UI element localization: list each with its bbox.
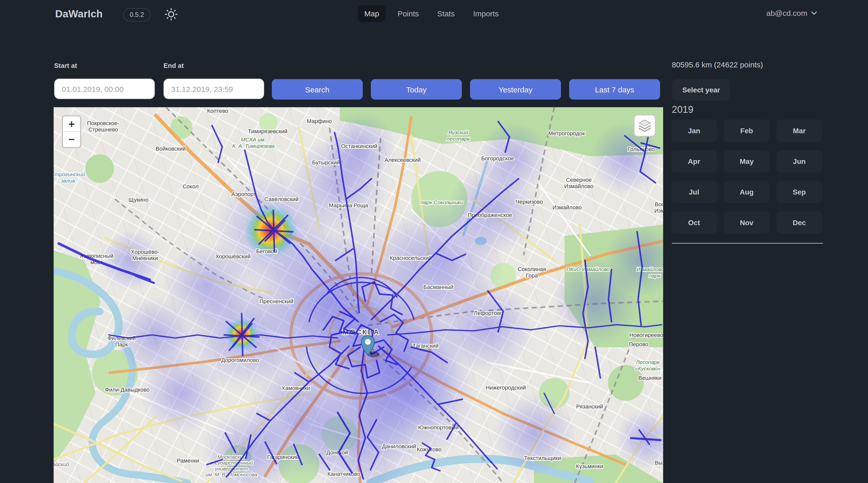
month-button-dec[interactable]: Dec <box>777 212 822 234</box>
month-button-jul[interactable]: Jul <box>671 181 717 203</box>
layers-control[interactable] <box>633 115 656 137</box>
nav-tabs: MapPointsStatsImports <box>358 5 505 22</box>
month-button-aug[interactable]: Aug <box>724 181 769 203</box>
layers-icon <box>638 119 651 132</box>
map-label: Фили-Давыдково <box>105 387 150 393</box>
map-label: Измайлово <box>553 204 582 211</box>
chevron-down-icon <box>811 10 818 17</box>
map-label: Рязанский <box>576 404 603 410</box>
map-label: Донской <box>327 449 348 456</box>
map-label: Нижегородский <box>486 384 526 391</box>
month-button-apr[interactable]: Apr <box>671 150 717 172</box>
user-menu[interactable]: ab@cd.com <box>766 9 818 18</box>
map-label: Даниловский <box>382 443 416 450</box>
end-at-input[interactable] <box>163 78 264 99</box>
map-label: Покровское-Стрешнево <box>87 120 119 133</box>
map-label: айский <box>54 461 69 467</box>
map-label: Хорошёво-Мнёвники <box>131 249 159 261</box>
month-button-jan[interactable]: Jan <box>671 120 717 142</box>
start-at-input[interactable] <box>54 78 155 99</box>
theme-toggle-button[interactable] <box>164 8 178 21</box>
track-haze <box>100 112 663 483</box>
month-grid: JanFebMarAprMayJunJulAugSepOctNovDec <box>671 120 822 234</box>
map-label: Сокол <box>183 183 199 190</box>
sidebar-divider <box>672 243 823 244</box>
month-button-sep[interactable]: Sep <box>777 181 822 203</box>
end-at-label: End at <box>163 62 184 69</box>
map-label: Выхино <box>655 459 663 466</box>
map-label: парк Сокольники <box>421 199 463 205</box>
app-logo: DaWarIch <box>55 8 103 20</box>
start-at-label: Start at <box>54 62 77 69</box>
map-label: Текстильщики <box>524 455 561 461</box>
map-label: Новогиреево <box>629 332 663 338</box>
map-label: Пресненский <box>259 298 293 304</box>
map-label: Раменки <box>177 457 199 464</box>
map-label: Коптево <box>207 108 228 114</box>
map-label: ВосИзм <box>654 201 663 214</box>
map-label: Хорошёвский <box>215 253 251 260</box>
month-button-may[interactable]: May <box>724 150 769 172</box>
map-label: Савёловский <box>265 196 299 202</box>
tab-points[interactable]: Points <box>391 5 425 22</box>
map-label: Яузскийлесопарк <box>446 129 470 141</box>
app-root: DaWarIch 0.5.2 MapPointsStatsImports ab@… <box>0 0 868 483</box>
map-label: Строгинскийзалив <box>54 171 85 183</box>
map-label: Марфино <box>307 118 332 124</box>
map-label: Черкизово <box>516 199 543 205</box>
map-label: Лесопарк«Кусково» <box>635 359 660 371</box>
map-label: Марьина Роща <box>329 202 368 208</box>
tab-map[interactable]: Map <box>358 5 386 22</box>
map-render: Покровское-СтрешневоКоптевоТимирязевский… <box>54 107 663 483</box>
map-label: Лефортово <box>474 310 503 316</box>
map-label: СеверноеИзмайлово <box>564 176 594 189</box>
map-label: Тимирязевский <box>248 128 288 134</box>
search-button[interactable]: Search <box>272 79 363 100</box>
distance-stats: 80595.6 km (24622 points) <box>672 60 763 69</box>
select-year-button[interactable]: Select year <box>672 79 730 101</box>
zoom-in-button[interactable]: + <box>63 117 80 132</box>
user-email: ab@cd.com <box>766 9 807 18</box>
map-label: Щукино <box>128 197 148 203</box>
map-label: ПКиО Измайлово <box>566 266 610 272</box>
map-label: Канатчиково <box>328 471 361 477</box>
tab-stats[interactable]: Stats <box>431 5 461 22</box>
map-label: Алексеевский <box>384 157 421 163</box>
map-label: Кузьминки <box>576 463 603 470</box>
map-label: Басманный <box>423 284 453 290</box>
month-button-oct[interactable]: Oct <box>671 212 717 234</box>
map-label: Перово <box>629 341 648 348</box>
month-button-feb[interactable]: Feb <box>724 120 769 142</box>
yesterday-button[interactable]: Yesterday <box>470 79 561 100</box>
tab-imports[interactable]: Imports <box>466 5 505 22</box>
map-canvas[interactable]: Покровское-СтрешневоКоптевоТимирязевский… <box>54 107 663 483</box>
map-label: Метрогородок <box>548 130 585 136</box>
map-label: МОСКВА <box>343 328 380 336</box>
month-button-mar[interactable]: Mar <box>777 120 822 142</box>
map-label: Богородское <box>481 155 514 162</box>
map-label: Дорогомилово <box>221 357 259 363</box>
year-heading: 2019 <box>672 104 693 116</box>
last-7-days-button[interactable]: Last 7 days <box>569 79 660 100</box>
zoom-control: + − <box>62 116 81 148</box>
today-button[interactable]: Today <box>371 79 462 100</box>
sun-icon <box>164 8 178 21</box>
month-button-jun[interactable]: Jun <box>777 150 822 172</box>
map-label: Красносельский <box>390 255 432 261</box>
month-button-nov[interactable]: Nov <box>724 212 769 234</box>
map-label: Останкинский <box>341 143 377 149</box>
version-badge: 0.5.2 <box>123 8 151 22</box>
map-label: Вешняки <box>638 375 661 381</box>
map-label: Аэропорт <box>231 191 256 197</box>
map-label: Бутырский <box>312 159 340 166</box>
map-label: МСХА им.К. А. Тимирязева <box>232 136 275 149</box>
map-label: Войковский <box>156 146 186 152</box>
zoom-out-button[interactable]: − <box>63 132 80 147</box>
